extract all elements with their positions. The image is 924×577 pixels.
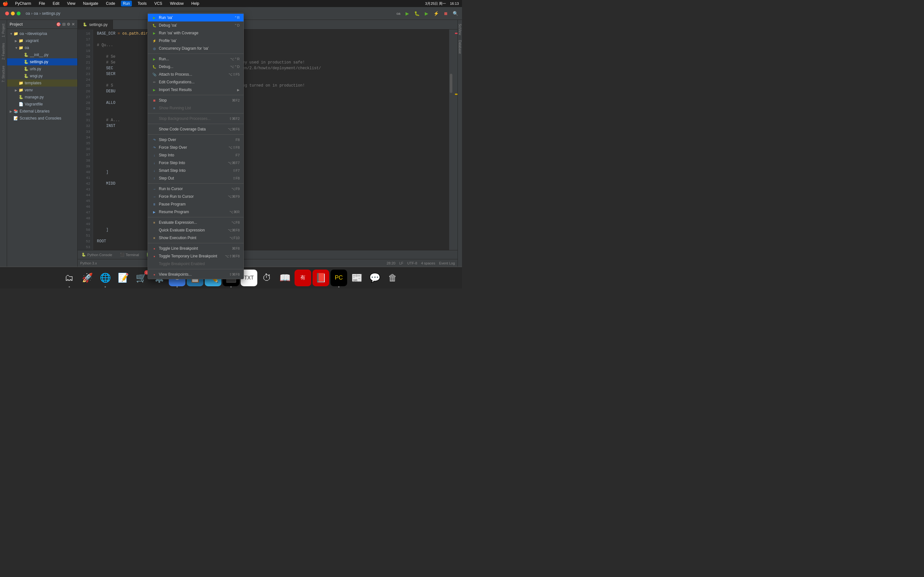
menu-window[interactable]: Window [168,1,186,6]
sidebar-collapse-icon[interactable]: ⊟ [62,22,65,27]
menu-item-smart-step-into[interactable]: ↓ Smart Step Into ⇧F7 [148,167,244,174]
tree-item-init[interactable]: 🐍 __init__.py [7,51,78,58]
sidebar-settings-icon[interactable]: ⚙ [67,22,70,27]
terminal-label: Terminal [126,253,139,257]
menu-item-run-to-cursor[interactable]: → Run to Cursor ⌥F9 [148,185,244,193]
dock-messages[interactable]: 💬 [367,269,383,286]
tree-item-venv[interactable]: ▶ 📁 venv [7,87,78,93]
editor-scrollbar[interactable] [449,29,453,250]
menu-item-view-bp[interactable]: ● View Breakpoints... ⇧⌘F8 [148,271,244,278]
tree-item-manage[interactable]: 🐍 manage.py [7,93,78,101]
scrollbar-thumb[interactable] [450,74,452,93]
tree-item-external-libs[interactable]: ▶ 📚 External Libraries [7,108,78,115]
profile-button[interactable]: ⚡ [432,9,440,18]
menu-item-toggle-bp-enabled[interactable]: Toggle Breakpoint Enabled [148,260,244,268]
menu-item-pause[interactable]: ⏸ Pause Program [148,200,244,208]
menu-item-attach[interactable]: 📎 Attach to Process... ⌥⇧F5 [148,71,244,78]
tree-item-settings[interactable]: 🐍 settings.py [7,58,78,65]
dock-youdao[interactable]: 有 [294,269,311,286]
menu-item-profile-oa[interactable]: ⚡ Profile 'oa' [148,37,244,45]
python-console-tab[interactable]: 🐍 Python Console [80,250,113,259]
terminal-tab[interactable]: ⬛ Terminal [119,250,141,259]
project-tab[interactable]: 1: Project [1,21,6,40]
menu-item-show-coverage[interactable]: Show Code Coverage Data ⌥⌘F6 [148,125,244,133]
dock-pdf[interactable]: 📕 [312,269,329,286]
breadcrumb-file[interactable]: settings.py [42,11,60,16]
menu-item-step-over[interactable]: ↷ Step Over F8 [148,136,244,143]
dock-dashboard[interactable]: ⏱ [258,269,275,286]
menu-item-evaluate-expr[interactable]: ≡ Evaluate Expression... ⌥F8 [148,219,244,226]
debug-button[interactable]: 🐛 [413,9,421,18]
menu-item-edit-configs[interactable]: ✏ Edit Configurations... [148,78,244,86]
dock-pycharm[interactable]: PC [330,269,347,286]
tree-item-urls[interactable]: 🐍 urls.py [7,65,78,73]
menu-item-stop-bg[interactable]: Stop Background Processes... ⇧⌘F2 [148,115,244,122]
menu-help[interactable]: Help [189,1,201,6]
search-button[interactable]: 🔍 [451,9,459,18]
breadcrumb-oa1[interactable]: oa [26,11,30,16]
code-area[interactable]: BASE_DIR = os.path.dirname(os.path.abspa… [93,29,449,250]
menu-pycharm[interactable]: PyCharm [13,1,33,6]
menu-file[interactable]: File [37,1,47,6]
tree-item-vagrantfile[interactable]: 📄 Vagrantfile [7,101,78,108]
tree-item-root[interactable]: ▼ 📁 oa ~/develop/oa [7,30,78,37]
tree-item-scratches[interactable]: 📝 Scratches and Consoles [7,115,78,122]
run-button[interactable]: ▶ [403,9,411,18]
editor-tab-settings[interactable]: 🐍 settings.py [78,20,113,29]
menu-item-debug[interactable]: 🐛 Debug... ⌥⌃D [148,63,244,71]
menu-item-force-step-into[interactable]: ↓ Force Step Into ⌥⌘F7 [148,159,244,167]
minimize-button[interactable] [11,11,15,15]
menu-item-concurrency-oa[interactable]: ◎ Concurrency Diagram for 'oa' [148,45,244,52]
menu-item-coverage-oa[interactable]: ▶ Run 'oa' with Coverage [148,29,244,37]
status-bar-right: 28:20 LF UTF-8 4 spaces Event Log [387,261,455,265]
dock-launchpad[interactable]: 🚀 [79,269,95,286]
menu-item-force-step-over[interactable]: ↷ Force Step Over ⌥⇧F8 [148,143,244,151]
dock-dictionary[interactable]: 📖 [276,269,293,286]
close-button[interactable] [5,11,9,15]
menu-vcs[interactable]: VCS [152,1,164,6]
dock-finder[interactable]: 🗂 [61,269,78,286]
run-dropdown-menu[interactable]: ▶ Run 'oa' ⌃R 🐛 Debug 'oa' ⌃D ▶ Run 'oa [148,13,244,279]
menu-code[interactable]: Code [104,1,117,6]
menu-item-run[interactable]: ▶ Run... ⌥⌃R [148,55,244,63]
menu-item-quick-eval[interactable]: Quick Evaluate Expression ⌥⌘F8 [148,226,244,234]
menu-item-import-tests[interactable]: ▶ Import Test Results ▶ [148,86,244,93]
stop-button[interactable]: ⏹ [441,9,450,18]
scview-tab[interactable]: SciView [457,21,462,37]
menu-item-show-running[interactable]: ≡ Show Running List [148,104,244,112]
sidebar-close-icon[interactable]: ✕ [71,22,75,27]
menu-item-toggle-bp[interactable]: ● Toggle Line Breakpoint ⌘F8 [148,245,244,252]
breadcrumb-oa2[interactable]: oa [34,11,38,16]
menu-item-show-exec-point[interactable]: ≡ Show Execution Point ⌥F10 [148,234,244,242]
tree-item-oa[interactable]: ▼ 📁 oa [7,44,78,51]
maximize-button[interactable] [17,11,21,15]
menu-item-force-run-to-cursor[interactable]: → Force Run to Cursor ⌥⌘F9 [148,193,244,200]
menu-item-stop[interactable]: ⏹ Stop ⌘F2 [148,97,244,104]
structure-tab[interactable]: 7: Structure [1,63,6,85]
menu-run[interactable]: Run [121,1,132,6]
tree-item-templates[interactable]: 📁 templates [7,79,78,87]
menu-item-step-into[interactable]: ↓ Step Into F7 [148,151,244,159]
dock-appstore[interactable]: 🛒1 [133,269,150,286]
menu-item-toggle-temp-bp[interactable]: ● Toggle Temporary Line Breakpoint ⌥⇧⌘F8 [148,252,244,260]
menu-view[interactable]: View [65,1,78,6]
apple-logo-icon[interactable]: 🍎 [3,1,8,6]
dock-trash[interactable]: 🗑 [384,269,401,286]
database-tab[interactable]: Database [457,37,462,56]
sidebar-locate-icon[interactable]: 🎯 [56,22,61,27]
tree-item-wsgi[interactable]: 🐍 wsgi.py [7,73,78,79]
menu-navigate[interactable]: Navigate [81,1,100,6]
dock-mail[interactable]: 📰 [349,269,365,286]
dock-safari[interactable]: 🌐 [97,269,113,286]
menu-item-step-out[interactable]: ↑ Step Out ⇧F8 [148,174,244,182]
menu-edit[interactable]: Edit [51,1,61,6]
coverage-button[interactable]: ▶ [422,9,431,18]
menu-item-run-oa[interactable]: ▶ Run 'oa' ⌃R [148,14,244,21]
menu-item-debug-oa[interactable]: 🐛 Debug 'oa' ⌃D [148,21,244,29]
dock-notes[interactable]: 📝 [115,269,132,286]
favorites-tab[interactable]: 2: Favorites [1,40,6,62]
event-log[interactable]: Event Log [439,261,455,265]
tree-item-vagrant[interactable]: ▶ 📁 .vagrant [7,37,78,44]
menu-tools[interactable]: Tools [136,1,149,6]
menu-item-resume[interactable]: ▶ Resume Program ⌥⌘R [148,208,244,216]
